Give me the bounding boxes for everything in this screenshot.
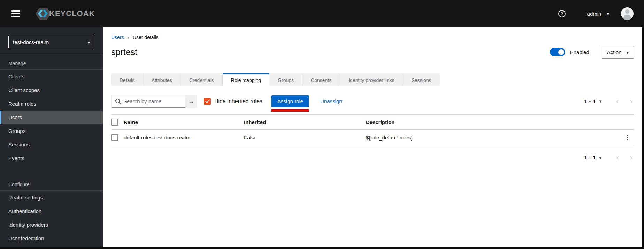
select-all-checkbox[interactable] [111,119,118,126]
hide-inherited-roles-filter[interactable]: Hide inherited roles [204,98,262,105]
main-content: Users User details sprtest Enabled Actio… [103,27,642,247]
assign-role-button[interactable]: Assign role [271,95,309,107]
hide-inherited-label: Hide inherited roles [214,98,262,105]
kebab-menu-icon[interactable] [621,134,634,141]
breadcrumb-users-link[interactable]: Users [111,35,124,40]
realm-name: test-docs-realm [13,39,87,45]
breadcrumb-current: User details [133,35,159,40]
page-title: sprtest [111,47,137,57]
caret-down-icon [607,10,609,17]
action-dropdown[interactable]: Action [602,46,634,59]
tab-role-mapping[interactable]: Role mapping [223,73,269,86]
pagination-range: 1 - 1 [584,99,596,104]
keycloak-logo: KEYCLOAK [35,7,95,20]
unassign-button[interactable]: Unassign [320,98,342,104]
pagination-caret-icon[interactable] [599,99,602,104]
cell-inherited: False [244,135,366,141]
sidebar-item-groups[interactable]: Groups [0,124,103,138]
column-header-name: Name [124,119,244,125]
tab-credentials[interactable]: Credentials [181,73,223,86]
username: admin [587,11,601,17]
search-box [111,95,185,108]
chevron-left-icon[interactable] [616,98,619,105]
nav-spacer [0,165,103,176]
sidebar-item-clients[interactable]: Clients [0,70,103,83]
sidebar-item-realm-settings[interactable]: Realm settings [0,191,103,204]
chevron-right-icon[interactable] [630,154,632,161]
row-checkbox[interactable] [111,134,118,141]
tab-consents[interactable]: Consents [302,73,340,86]
action-dropdown-label: Action [607,49,622,55]
search-input[interactable] [112,95,185,107]
header-controls: Enabled Action [550,46,634,59]
column-header-description: Description [366,119,620,125]
toolbar: Hide inherited roles Assign role Unassig… [111,95,634,108]
sidebar-item-events[interactable]: Events [0,151,103,165]
sidebar-item-identity-providers[interactable]: Identity providers [0,218,103,232]
tab-attributes[interactable]: Attributes [143,73,181,86]
sidebar-item-user-federation[interactable]: User federation [0,232,103,245]
sidebar-item-authentication[interactable]: Authentication [0,204,103,218]
help-icon[interactable] [558,10,566,17]
realm-selector[interactable]: test-docs-realm [8,36,94,48]
tab-details[interactable]: Details [111,73,143,86]
page-header: sprtest Enabled Action [111,45,634,59]
breadcrumb: Users User details [111,34,634,40]
tab-identity-provider-links[interactable]: Identity provider links [340,73,403,86]
table-row: default-roles-test-docs-realm False ${ro… [111,130,634,145]
masthead-tools: admin [558,7,634,20]
user-menu[interactable]: admin [587,10,609,17]
pagination-bottom: 1 - 1 [111,154,634,161]
search-group [111,95,197,108]
caret-down-icon [87,39,90,45]
column-header-inherited: Inherited [244,119,366,125]
hamburger-menu-icon[interactable] [12,10,20,17]
caret-down-icon [626,49,629,55]
tab-bar: Details Attributes Credentials Role mapp… [111,73,634,86]
cell-role-name: default-roles-test-docs-realm [124,135,244,141]
tab-groups[interactable]: Groups [269,73,302,86]
table-header-row: Name Inherited Description [111,115,634,130]
breadcrumb-separator-icon [128,34,129,40]
enabled-toggle[interactable] [550,48,565,56]
nav-section-configure: Configure [0,176,103,191]
enabled-label: Enabled [570,49,589,55]
realm-selector-block: test-docs-realm [0,27,103,55]
masthead: KEYCLOAK admin [0,0,644,27]
pagination-caret-icon[interactable] [599,155,602,160]
role-mapping-table: Name Inherited Description default-roles… [111,114,634,145]
red-underline-annotation [271,109,309,112]
sidebar: test-docs-realm Manage Clients Client sc… [0,27,103,247]
search-icon [115,98,121,105]
arrow-right-icon[interactable] [185,95,197,108]
sidebar-item-realm-roles[interactable]: Realm roles [0,97,103,111]
sidebar-item-users[interactable]: Users [0,111,103,124]
brand-text: KEYCLOAK [49,9,95,18]
hide-inherited-checkbox[interactable] [204,98,211,105]
tab-sessions[interactable]: Sessions [403,73,440,86]
chevron-left-icon[interactable] [616,154,619,161]
pagination-top: 1 - 1 [584,98,634,105]
sidebar-item-client-scopes[interactable]: Client scopes [0,83,103,97]
cell-description: ${role_default-roles} [366,135,620,141]
avatar[interactable] [621,7,634,20]
chevron-right-icon[interactable] [630,98,632,105]
nav-section-manage: Manage [0,55,103,70]
sidebar-item-sessions[interactable]: Sessions [0,138,103,151]
pagination-range: 1 - 1 [584,155,596,160]
assign-role-wrap: Assign role [271,95,309,107]
